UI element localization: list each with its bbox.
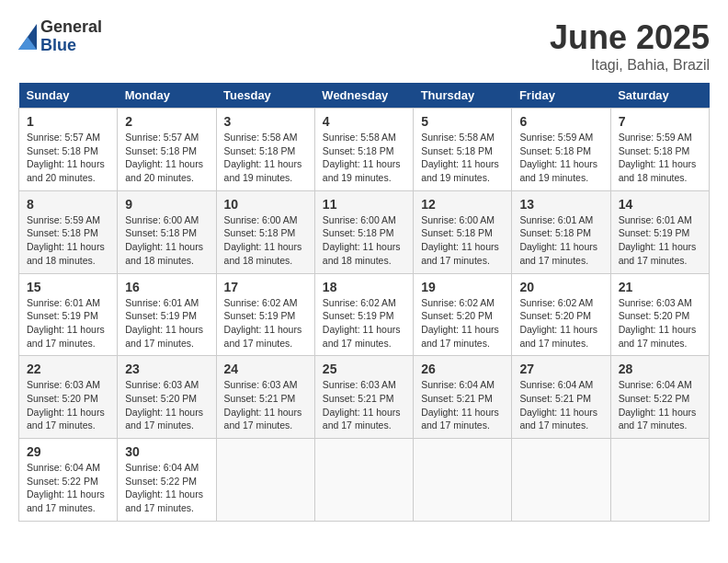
calendar-cell: 1Sunrise: 5:57 AM Sunset: 5:18 PM Daylig… [19, 109, 118, 191]
calendar-cell: 18Sunrise: 6:02 AM Sunset: 5:19 PM Dayli… [314, 273, 413, 356]
week-row-4: 22Sunrise: 6:03 AM Sunset: 5:20 PM Dayli… [19, 356, 710, 439]
day-info: Sunrise: 6:03 AM Sunset: 5:21 PM Dayligh… [323, 378, 405, 432]
day-info: Sunrise: 6:03 AM Sunset: 5:20 PM Dayligh… [619, 296, 701, 350]
header: General Blue June 2025 Itagi, Bahia, Bra… [18, 18, 710, 74]
calendar-cell: 29Sunrise: 6:04 AM Sunset: 5:22 PM Dayli… [19, 439, 118, 522]
calendar-cell: 14Sunrise: 6:01 AM Sunset: 5:19 PM Dayli… [610, 190, 709, 273]
calendar-cell [314, 439, 413, 522]
day-number: 9 [125, 197, 208, 212]
day-number: 8 [27, 197, 109, 212]
day-number: 29 [27, 444, 109, 459]
calendar-cell: 21Sunrise: 6:03 AM Sunset: 5:20 PM Dayli… [610, 273, 709, 356]
days-header-row: SundayMondayTuesdayWednesdayThursdayFrid… [19, 83, 710, 109]
calendar-cell: 27Sunrise: 6:04 AM Sunset: 5:21 PM Dayli… [512, 356, 610, 439]
day-info: Sunrise: 6:00 AM Sunset: 5:18 PM Dayligh… [421, 213, 504, 268]
calendar-cell: 23Sunrise: 6:03 AM Sunset: 5:20 PM Dayli… [118, 356, 216, 439]
day-number: 12 [421, 197, 504, 212]
day-info: Sunrise: 6:01 AM Sunset: 5:19 PM Dayligh… [619, 213, 701, 268]
day-info: Sunrise: 5:58 AM Sunset: 5:18 PM Dayligh… [323, 131, 405, 185]
logo-line2: Blue [40, 37, 102, 55]
day-header-monday: Monday [118, 83, 216, 109]
day-info: Sunrise: 6:03 AM Sunset: 5:20 PM Dayligh… [27, 378, 109, 432]
title-area: June 2025 Itagi, Bahia, Brazil [550, 18, 710, 74]
day-info: Sunrise: 5:57 AM Sunset: 5:18 PM Dayligh… [27, 131, 109, 185]
day-info: Sunrise: 6:01 AM Sunset: 5:19 PM Dayligh… [125, 296, 208, 350]
day-info: Sunrise: 6:02 AM Sunset: 5:19 PM Dayligh… [323, 296, 405, 350]
day-number: 23 [125, 362, 208, 376]
day-number: 3 [224, 114, 307, 129]
day-header-friday: Friday [512, 83, 610, 109]
day-number: 15 [27, 280, 109, 294]
day-info: Sunrise: 5:59 AM Sunset: 5:18 PM Dayligh… [619, 131, 701, 185]
day-header-wednesday: Wednesday [314, 83, 413, 109]
day-info: Sunrise: 6:00 AM Sunset: 5:18 PM Dayligh… [224, 213, 307, 268]
day-info: Sunrise: 6:02 AM Sunset: 5:20 PM Dayligh… [421, 296, 504, 350]
day-number: 16 [125, 280, 208, 294]
calendar-cell: 9Sunrise: 6:00 AM Sunset: 5:18 PM Daylig… [118, 190, 216, 273]
calendar-cell [512, 439, 610, 522]
day-info: Sunrise: 6:03 AM Sunset: 5:21 PM Dayligh… [224, 378, 307, 432]
day-number: 19 [421, 280, 504, 294]
week-row-2: 8Sunrise: 5:59 AM Sunset: 5:18 PM Daylig… [19, 190, 710, 273]
calendar-cell: 24Sunrise: 6:03 AM Sunset: 5:21 PM Dayli… [216, 356, 314, 439]
calendar-cell: 25Sunrise: 6:03 AM Sunset: 5:21 PM Dayli… [314, 356, 413, 439]
calendar-cell: 13Sunrise: 6:01 AM Sunset: 5:18 PM Dayli… [512, 190, 610, 273]
day-info: Sunrise: 6:01 AM Sunset: 5:18 PM Dayligh… [519, 213, 602, 268]
day-info: Sunrise: 6:02 AM Sunset: 5:19 PM Dayligh… [224, 296, 307, 350]
day-info: Sunrise: 6:03 AM Sunset: 5:20 PM Dayligh… [125, 378, 208, 432]
day-header-saturday: Saturday [610, 83, 709, 109]
month-title: June 2025 [550, 18, 710, 57]
day-header-sunday: Sunday [19, 83, 118, 109]
day-info: Sunrise: 6:04 AM Sunset: 5:21 PM Dayligh… [421, 378, 504, 432]
day-number: 24 [224, 362, 307, 376]
day-number: 22 [27, 362, 109, 376]
day-info: Sunrise: 6:01 AM Sunset: 5:19 PM Dayligh… [27, 296, 109, 350]
calendar-cell: 8Sunrise: 5:59 AM Sunset: 5:18 PM Daylig… [19, 190, 118, 273]
day-header-thursday: Thursday [414, 83, 512, 109]
calendar-cell: 19Sunrise: 6:02 AM Sunset: 5:20 PM Dayli… [414, 273, 512, 356]
calendar-cell: 20Sunrise: 6:02 AM Sunset: 5:20 PM Dayli… [512, 273, 610, 356]
day-number: 26 [421, 362, 504, 376]
day-number: 1 [27, 114, 109, 129]
calendar-cell: 4Sunrise: 5:58 AM Sunset: 5:18 PM Daylig… [314, 109, 413, 191]
calendar-cell: 12Sunrise: 6:00 AM Sunset: 5:18 PM Dayli… [414, 190, 512, 273]
calendar-cell: 16Sunrise: 6:01 AM Sunset: 5:19 PM Dayli… [118, 273, 216, 356]
day-number: 25 [323, 362, 405, 376]
day-info: Sunrise: 6:04 AM Sunset: 5:21 PM Dayligh… [519, 378, 602, 432]
calendar-cell: 2Sunrise: 5:57 AM Sunset: 5:18 PM Daylig… [118, 109, 216, 191]
day-number: 18 [323, 280, 405, 294]
day-info: Sunrise: 6:04 AM Sunset: 5:22 PM Dayligh… [27, 461, 109, 515]
day-number: 5 [421, 114, 504, 129]
calendar-cell [610, 439, 709, 522]
day-number: 13 [519, 197, 602, 212]
calendar-cell: 3Sunrise: 5:58 AM Sunset: 5:18 PM Daylig… [216, 109, 314, 191]
day-header-tuesday: Tuesday [216, 83, 314, 109]
calendar-cell: 15Sunrise: 6:01 AM Sunset: 5:19 PM Dayli… [19, 273, 118, 356]
day-info: Sunrise: 5:59 AM Sunset: 5:18 PM Dayligh… [519, 131, 602, 185]
logo-icon [18, 24, 37, 50]
day-number: 4 [323, 114, 405, 129]
day-info: Sunrise: 5:58 AM Sunset: 5:18 PM Dayligh… [421, 131, 504, 185]
day-number: 10 [224, 197, 307, 212]
day-info: Sunrise: 6:00 AM Sunset: 5:18 PM Dayligh… [323, 213, 405, 268]
day-number: 14 [619, 197, 701, 212]
calendar-cell [216, 439, 314, 522]
day-number: 2 [125, 114, 208, 129]
day-number: 11 [323, 197, 405, 212]
calendar-cell: 17Sunrise: 6:02 AM Sunset: 5:19 PM Dayli… [216, 273, 314, 356]
day-number: 6 [519, 114, 602, 129]
calendar-cell [414, 439, 512, 522]
logo: General Blue [18, 18, 102, 55]
day-info: Sunrise: 6:02 AM Sunset: 5:20 PM Dayligh… [519, 296, 602, 350]
day-number: 27 [519, 362, 602, 376]
logo-line1: General [40, 18, 102, 37]
day-info: Sunrise: 6:00 AM Sunset: 5:18 PM Dayligh… [125, 213, 208, 268]
day-info: Sunrise: 5:58 AM Sunset: 5:18 PM Dayligh… [224, 131, 307, 185]
calendar: SundayMondayTuesdayWednesdayThursdayFrid… [18, 83, 710, 522]
calendar-cell: 7Sunrise: 5:59 AM Sunset: 5:18 PM Daylig… [610, 109, 709, 191]
day-info: Sunrise: 6:04 AM Sunset: 5:22 PM Dayligh… [619, 378, 701, 432]
calendar-cell: 26Sunrise: 6:04 AM Sunset: 5:21 PM Dayli… [414, 356, 512, 439]
calendar-cell: 11Sunrise: 6:00 AM Sunset: 5:18 PM Dayli… [314, 190, 413, 273]
day-number: 28 [619, 362, 701, 376]
week-row-3: 15Sunrise: 6:01 AM Sunset: 5:19 PM Dayli… [19, 273, 710, 356]
